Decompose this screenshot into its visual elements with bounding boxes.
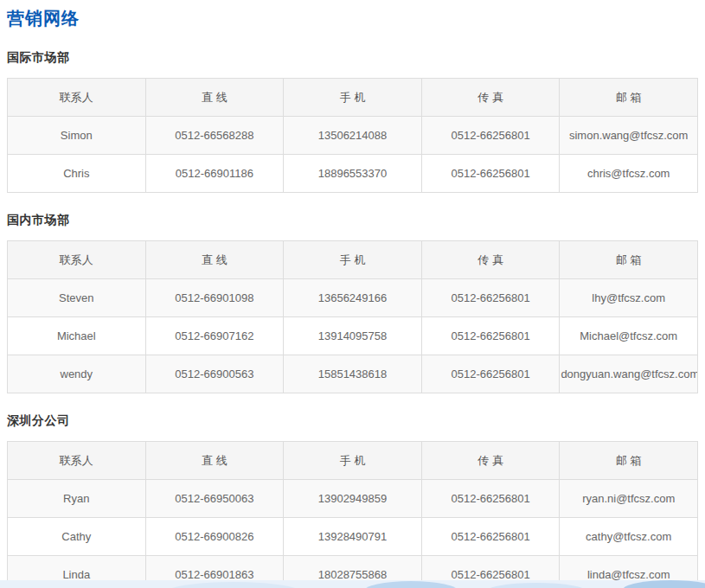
cell-fax: 0512-66256801	[421, 518, 560, 556]
cell-email: dongyuan.wang@tfcsz.com	[560, 355, 698, 393]
table-row: Chris0512-66901186188965533700512-662568…	[8, 155, 698, 193]
cell-fax: 0512-66256801	[421, 317, 560, 355]
column-header-contact-name: 联系人	[8, 79, 146, 117]
column-header-direct-line: 直 线	[145, 241, 284, 279]
column-header-fax: 传 真	[421, 442, 560, 480]
cell-mobile: 13914095758	[284, 317, 422, 355]
cell-mobile: 18896553370	[284, 155, 422, 193]
cell-mobile: 13902949859	[284, 480, 422, 518]
cell-fax: 0512-66256801	[421, 117, 560, 155]
cell-email: simon.wang@tfcsz.com	[560, 117, 698, 155]
cell-direct-line: 0512-66950063	[145, 480, 284, 518]
cell-direct-line: 0512-66901186	[145, 155, 284, 193]
column-header-direct-line: 直 线	[145, 442, 284, 480]
contact-table: 联系人直 线手 机传 真邮 箱Ryan0512-6695006313902949…	[7, 441, 698, 588]
cell-mobile: 13506214088	[284, 117, 422, 155]
cell-mobile: 13656249166	[284, 279, 422, 317]
cell-contact-name: Linda	[8, 556, 146, 588]
cell-direct-line: 0512-66900563	[145, 355, 284, 393]
cell-direct-line: 0512-66901863	[145, 556, 284, 588]
cell-email: lhy@tfcsz.com	[560, 279, 698, 317]
cell-contact-name: Michael	[8, 317, 146, 355]
cell-contact-name: Chris	[8, 155, 146, 193]
column-header-direct-line: 直 线	[145, 79, 284, 117]
cell-contact-name: Steven	[8, 279, 146, 317]
cell-email: ryan.ni@tfcsz.com	[560, 480, 698, 518]
table-row: Cathy0512-66900826139284907910512-662568…	[8, 518, 698, 556]
column-header-mobile: 手 机	[284, 241, 422, 279]
cell-email: cathy@tfcsz.com	[560, 518, 698, 556]
cell-direct-line: 0512-66907162	[145, 317, 284, 355]
table-row: wendy0512-66900563158514386180512-662568…	[8, 355, 698, 393]
column-header-contact-name: 联系人	[8, 442, 146, 480]
contact-table: 联系人直 线手 机传 真邮 箱Simon0512-665682881350621…	[7, 78, 698, 193]
cell-fax: 0512-66256801	[421, 155, 560, 193]
column-header-email: 邮 箱	[560, 442, 698, 480]
section-heading: 国际市场部	[7, 50, 698, 66]
table-header-row: 联系人直 线手 机传 真邮 箱	[8, 442, 698, 480]
cell-contact-name: Simon	[8, 117, 146, 155]
cell-fax: 0512-66256801	[421, 556, 560, 588]
cell-fax: 0512-66256801	[421, 355, 560, 393]
column-header-email: 邮 箱	[560, 241, 698, 279]
cell-contact-name: Cathy	[8, 518, 146, 556]
table-row: Linda0512-66901863180287558680512-662568…	[8, 556, 698, 588]
table-header-row: 联系人直 线手 机传 真邮 箱	[8, 79, 698, 117]
cell-fax: 0512-66256801	[421, 279, 560, 317]
sections-container: 国际市场部联系人直 线手 机传 真邮 箱Simon0512-6656828813…	[7, 50, 698, 588]
page-title: 营销网络	[7, 7, 698, 30]
cell-email: chris@tfcsz.com	[560, 155, 698, 193]
table-row: Ryan0512-66950063139029498590512-6625680…	[8, 480, 698, 518]
cell-mobile: 15851438618	[284, 355, 422, 393]
section-heading: 国内市场部	[7, 213, 698, 228]
table-row: Michael0512-66907162139140957580512-6625…	[8, 317, 698, 355]
cell-email: linda@tfcsz.com	[560, 556, 698, 588]
section-heading: 深圳分公司	[7, 413, 698, 429]
cell-fax: 0512-66256801	[421, 480, 560, 518]
cell-email: Michael@tfcsz.com	[560, 317, 698, 355]
cell-mobile: 13928490791	[284, 518, 422, 556]
cell-mobile: 18028755868	[284, 556, 422, 588]
marketing-network-page: 营销网络 国际市场部联系人直 线手 机传 真邮 箱Simon0512-66568…	[0, 0, 705, 588]
cell-contact-name: Ryan	[8, 480, 146, 518]
cell-direct-line: 0512-66568288	[145, 117, 284, 155]
cell-direct-line: 0512-66900826	[145, 518, 284, 556]
cell-direct-line: 0512-66901098	[145, 279, 284, 317]
table-row: Steven0512-66901098136562491660512-66256…	[8, 279, 698, 317]
column-header-contact-name: 联系人	[8, 241, 146, 279]
table-row: Simon0512-66568288135062140880512-662568…	[8, 117, 698, 155]
contact-table: 联系人直 线手 机传 真邮 箱Steven0512-66901098136562…	[7, 240, 698, 393]
cell-contact-name: wendy	[8, 355, 146, 393]
column-header-email: 邮 箱	[560, 79, 698, 117]
column-header-mobile: 手 机	[284, 79, 422, 117]
table-header-row: 联系人直 线手 机传 真邮 箱	[8, 241, 698, 279]
column-header-fax: 传 真	[421, 79, 560, 117]
column-header-mobile: 手 机	[284, 442, 422, 480]
column-header-fax: 传 真	[421, 241, 560, 279]
